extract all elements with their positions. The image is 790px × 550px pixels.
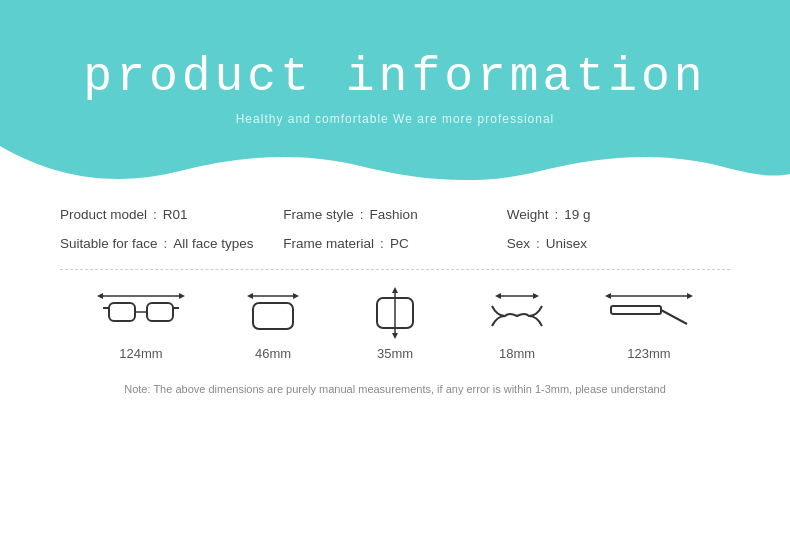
dimension-total-width: 124mm	[101, 288, 181, 361]
spec-value-product-model: R01	[163, 207, 188, 222]
spec-label-face-type: Suitable for face	[60, 236, 158, 251]
spec-frame-material: Frame material : PC	[283, 236, 506, 251]
dimension-value-total-width: 124mm	[119, 346, 162, 361]
spec-value-sex: Unisex	[546, 236, 587, 251]
spec-label-frame-style: Frame style	[283, 207, 354, 222]
dimension-icon-lens-height	[365, 288, 425, 338]
specs-col1: Product model : R01 Suitable for face : …	[60, 207, 283, 251]
spec-value-face-type: All face types	[173, 236, 253, 251]
svg-rect-22	[611, 306, 661, 314]
spec-colon-3: :	[360, 207, 364, 222]
spec-face-type: Suitable for face : All face types	[60, 236, 283, 251]
svg-marker-20	[605, 293, 611, 299]
svg-marker-2	[179, 293, 185, 299]
dimension-value-lens-height: 35mm	[377, 346, 413, 361]
dimension-lens-height: 35mm	[365, 288, 425, 361]
spec-value-frame-material: PC	[390, 236, 409, 251]
dimension-lens-width: 46mm	[243, 288, 303, 361]
svg-marker-9	[247, 293, 253, 299]
dimension-value-temple: 123mm	[627, 346, 670, 361]
svg-marker-14	[392, 333, 398, 339]
spec-label-sex: Sex	[507, 236, 530, 251]
note-text: Note: The above dimensions are purely ma…	[50, 383, 740, 395]
svg-marker-21	[687, 293, 693, 299]
divider	[60, 269, 730, 270]
spec-label-product-model: Product model	[60, 207, 147, 222]
spec-frame-style: Frame style : Fashion	[283, 207, 506, 222]
wave-decoration	[0, 146, 790, 186]
dimension-bridge: 18mm	[487, 288, 547, 361]
dimension-value-bridge: 18mm	[499, 346, 535, 361]
spec-colon-1: :	[153, 207, 157, 222]
spec-colon-5: :	[554, 207, 558, 222]
dimensions-section: 124mm 46mm	[50, 288, 740, 361]
dimension-icon-temple	[609, 288, 689, 338]
header-section: product information Healthy and comforta…	[0, 0, 790, 185]
specs-grid: Product model : R01 Suitable for face : …	[50, 207, 740, 251]
spec-value-weight: 19 g	[564, 207, 590, 222]
svg-marker-10	[293, 293, 299, 299]
specs-col3: Weight : 19 g Sex : Unisex	[507, 207, 730, 251]
spec-weight: Weight : 19 g	[507, 207, 730, 222]
dimension-icon-lens-width	[243, 288, 303, 338]
spec-value-frame-style: Fashion	[370, 207, 418, 222]
svg-rect-3	[109, 303, 135, 321]
svg-line-23	[661, 310, 687, 324]
svg-marker-1	[97, 293, 103, 299]
spec-colon-2: :	[164, 236, 168, 251]
svg-rect-4	[147, 303, 173, 321]
specs-col2: Frame style : Fashion Frame material : P…	[283, 207, 506, 251]
spec-label-weight: Weight	[507, 207, 549, 222]
dimension-icon-bridge	[487, 288, 547, 338]
spec-sex: Sex : Unisex	[507, 236, 730, 251]
svg-marker-17	[495, 293, 501, 299]
svg-marker-18	[533, 293, 539, 299]
spec-label-frame-material: Frame material	[283, 236, 374, 251]
dimension-icon-width	[101, 288, 181, 338]
dimension-value-lens-width: 46mm	[255, 346, 291, 361]
spec-product-model: Product model : R01	[60, 207, 283, 222]
dimension-temple: 123mm	[609, 288, 689, 361]
spec-colon-6: :	[536, 236, 540, 251]
svg-rect-11	[253, 303, 293, 329]
svg-marker-13	[392, 287, 398, 293]
spec-colon-4: :	[380, 236, 384, 251]
header-subtitle: Healthy and comfortable We are more prof…	[236, 112, 555, 126]
content-section: Product model : R01 Suitable for face : …	[0, 185, 790, 395]
page-title: product information	[83, 50, 706, 104]
